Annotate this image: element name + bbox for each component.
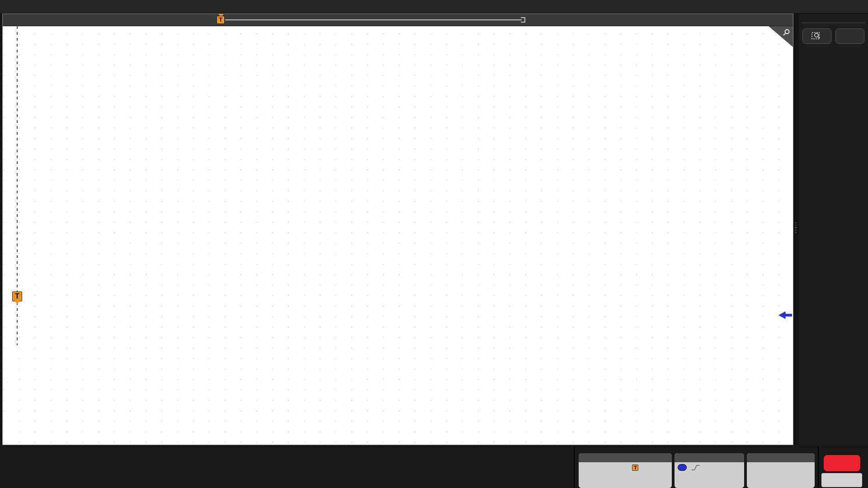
acquisition-panel[interactable] bbox=[747, 453, 815, 488]
record-length bbox=[582, 462, 632, 471]
rising-edge-icon bbox=[691, 464, 700, 471]
bottom-divider-2 bbox=[818, 446, 819, 488]
trigger-level-arrow[interactable] bbox=[778, 311, 792, 319]
magnifier-icon bbox=[782, 28, 791, 37]
trigger-panel[interactable] bbox=[675, 453, 744, 488]
waveform-plot[interactable]: T bbox=[3, 26, 793, 445]
horizontal-panel-title bbox=[579, 453, 672, 462]
trigger-panel-title bbox=[675, 453, 744, 462]
acquisition-panel-title bbox=[747, 453, 815, 462]
record-trigger-icon[interactable]: T bbox=[217, 16, 225, 24]
zoom-region-button[interactable] bbox=[802, 28, 831, 44]
record-view-end-bracket bbox=[521, 17, 525, 23]
sidebar-divider bbox=[802, 23, 865, 23]
trigger-pos-icon: T bbox=[632, 465, 638, 471]
menu-bar bbox=[0, 0, 868, 14]
datetime-display[interactable] bbox=[821, 473, 862, 487]
trigger-position-marker[interactable]: T bbox=[12, 291, 22, 301]
trigger-source-badge bbox=[678, 464, 687, 471]
run-stop-status-button[interactable] bbox=[824, 455, 860, 471]
waveform-title-bar: T bbox=[3, 14, 793, 26]
bottom-bar: T bbox=[0, 445, 868, 488]
zoom-corner-button[interactable] bbox=[769, 26, 793, 47]
right-sidebar bbox=[799, 14, 868, 445]
horizontal-panel[interactable]: T bbox=[579, 453, 672, 488]
waveform-window: T T bbox=[2, 14, 793, 445]
trigger-position-percent: T bbox=[632, 462, 640, 471]
more-button[interactable] bbox=[835, 28, 864, 44]
record-view-bar[interactable] bbox=[225, 19, 522, 20]
zoom-region-icon bbox=[811, 31, 823, 41]
bottom-divider-1 bbox=[574, 446, 575, 488]
